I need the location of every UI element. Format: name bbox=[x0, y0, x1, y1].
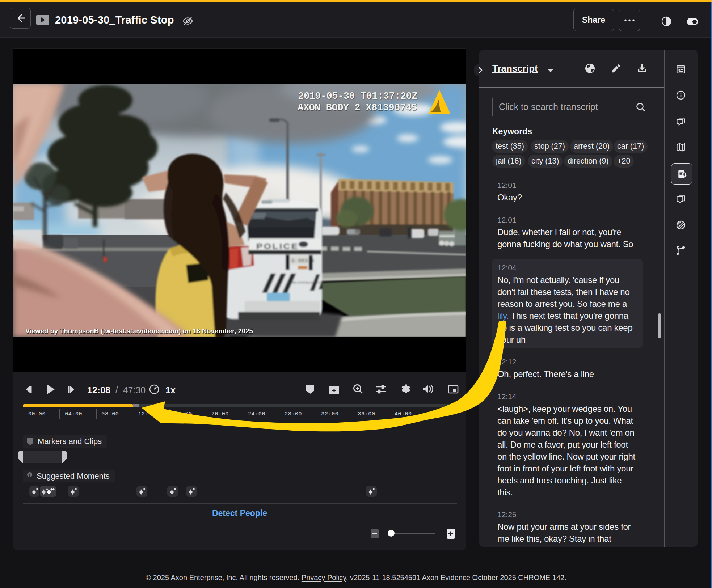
svg-text:WWW.APDONLINE.COM: WWW.APDONLINE.COM bbox=[287, 281, 324, 284]
svg-text:G·98318: G·98318 bbox=[291, 258, 314, 264]
svg-text:POLICE: POLICE bbox=[256, 241, 299, 250]
